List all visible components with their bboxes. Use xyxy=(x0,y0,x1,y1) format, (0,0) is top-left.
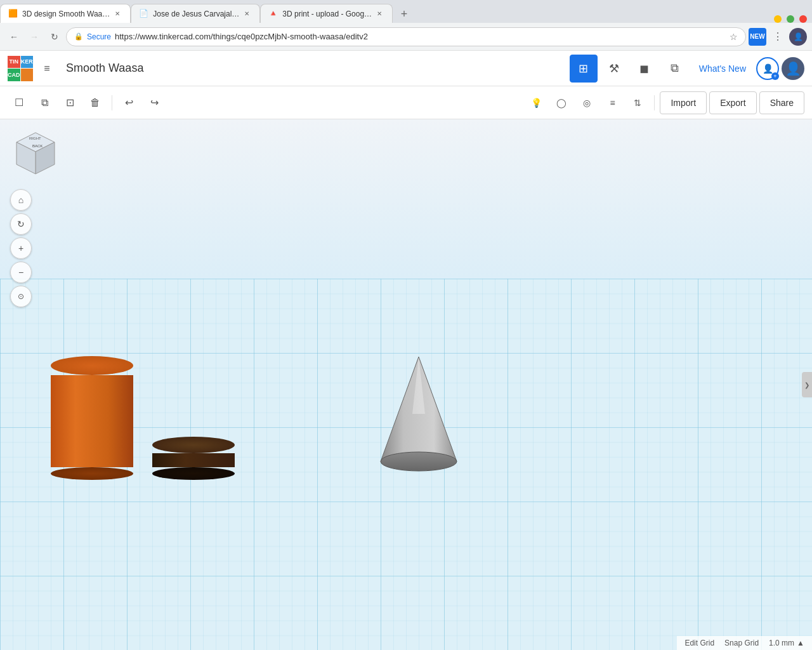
secure-label: Secure xyxy=(87,32,111,41)
tab-2-favicon: 📄 xyxy=(139,9,149,19)
project-name: Smooth Waasa xyxy=(66,62,565,75)
import-button[interactable]: Import xyxy=(660,91,707,114)
logo-cell-tin: TIN xyxy=(8,56,20,69)
svg-text:RIGHT: RIGHT xyxy=(29,136,41,140)
snap-grid-chevron: ▲ xyxy=(797,639,804,647)
home-view-button[interactable]: ⌂ xyxy=(10,189,32,211)
zoom-out-button[interactable]: − xyxy=(10,262,32,283)
url-text: https://www.tinkercad.com/things/cqe0pzc… xyxy=(115,32,726,41)
view-cube[interactable]: RIGHT BACK xyxy=(10,129,61,180)
rotate-button[interactable]: ↻ xyxy=(10,213,32,235)
cone-svg xyxy=(374,350,463,477)
tab-2-label: Jose de Jesus Carvajal… xyxy=(153,10,239,18)
logo-cell-cad: CAD xyxy=(8,69,20,81)
extensions-button[interactable]: ⋮ xyxy=(769,28,787,46)
toolbar-sep-2 xyxy=(654,95,655,110)
profile-button[interactable]: 👤 xyxy=(789,28,807,46)
app-header: TIN KER CAD ≡ Smooth Waasa ⊞ ⚒ ◼ ⧉ What'… xyxy=(0,51,812,86)
grid-view-button[interactable]: ⊞ xyxy=(570,55,598,83)
bottom-status-bar: Edit Grid Snap Grid 1.0 mm ▲ xyxy=(677,636,812,650)
share-button[interactable]: Share xyxy=(759,91,804,114)
fit-view-button[interactable]: ⊙ xyxy=(10,286,32,307)
circle-tool-button[interactable]: ◎ xyxy=(575,91,598,114)
add-plus-icon: + xyxy=(771,72,779,80)
hamburger-menu-button[interactable]: ≡ xyxy=(38,60,56,77)
tab-1-close[interactable]: ✕ xyxy=(112,9,122,19)
whats-new-button[interactable]: What's New xyxy=(691,57,754,80)
header-tools: ⊞ ⚒ ◼ ⧉ What's New 👤 + 👤 xyxy=(570,55,804,83)
cone-object xyxy=(374,350,463,480)
export-button[interactable]: Export xyxy=(709,91,756,114)
tab-1-label: 3D design Smooth Waa… xyxy=(22,10,110,18)
logo-cell-ker: KER xyxy=(21,56,34,69)
secure-icon: 🔒 xyxy=(74,32,83,41)
disk-top xyxy=(152,437,235,453)
bubble-tool-button[interactable]: ◯ xyxy=(550,91,573,114)
nav-controls: ⌂ ↻ + − ⊙ xyxy=(10,189,32,307)
edit-toolbar: ☐ ⧉ ⊡ 🗑 ↩ ↪ 💡 ◯ ◎ ≡ ⇅ Import Export Shar… xyxy=(0,86,812,119)
browser-chrome: 🟧 3D design Smooth Waa… ✕ 📄 Jose de Jesu… xyxy=(0,0,812,51)
viewport[interactable]: RIGHT BACK ⌂ ↻ + − ⊙ ❯ Edit Grid Snap Gr… xyxy=(0,119,812,650)
logo-cell-br xyxy=(21,69,34,81)
snap-grid-value[interactable]: 1.0 mm ▲ xyxy=(769,639,804,647)
snap-grid-label: Snap Grid xyxy=(724,639,759,647)
user-avatar[interactable]: 👤 xyxy=(782,57,804,80)
close-button[interactable] xyxy=(799,15,807,23)
tab-2[interactable]: 📄 Jose de Jesus Carvajal… ✕ xyxy=(131,4,260,23)
avatar-icon: 👤 xyxy=(785,61,801,76)
camera-button[interactable]: ◼ xyxy=(631,55,658,83)
tab-bar: 🟧 3D design Smooth Waa… ✕ 📄 Jose de Jesu… xyxy=(0,0,812,23)
toolbar-sep-1 xyxy=(112,95,112,110)
disk-bottom xyxy=(152,467,235,480)
forward-button[interactable]: → xyxy=(25,28,43,46)
side-panel-toggle[interactable]: ❯ xyxy=(802,372,812,397)
tab-1[interactable]: 🟧 3D design Smooth Waa… ✕ xyxy=(0,4,131,23)
sky-background xyxy=(0,119,812,279)
tinkercad-logo[interactable]: TIN KER CAD xyxy=(8,56,33,81)
tab-3-close[interactable]: ✕ xyxy=(374,9,384,19)
connect-button[interactable]: ⧉ xyxy=(661,55,689,83)
light-tool-button[interactable]: 💡 xyxy=(525,91,547,114)
undo-button[interactable]: ↩ xyxy=(117,91,140,114)
tinkercad-app: TIN KER CAD ≡ Smooth Waasa ⊞ ⚒ ◼ ⧉ What'… xyxy=(0,51,812,650)
tab-3[interactable]: 🔺 3D print - upload - Goog… ✕ xyxy=(260,4,393,23)
hammer-tool-button[interactable]: ⚒ xyxy=(600,55,628,83)
cylinder-bottom xyxy=(51,467,133,480)
cylinder-top xyxy=(51,356,133,375)
svg-text:BACK: BACK xyxy=(32,144,43,148)
new-tab-button[interactable]: + xyxy=(395,5,413,23)
add-user-button[interactable]: 👤 + xyxy=(756,57,779,80)
align-tool-button[interactable]: ≡ xyxy=(601,91,624,114)
svg-point-4 xyxy=(381,452,457,471)
tab-1-favicon: 🟧 xyxy=(8,9,18,19)
copy-button[interactable]: ⧉ xyxy=(33,91,56,114)
tab-3-label: 3D print - upload - Goog… xyxy=(282,10,372,18)
cylinder-object xyxy=(51,356,133,480)
bookmark-icon[interactable]: ☆ xyxy=(730,32,738,42)
minimize-button[interactable] xyxy=(774,15,782,23)
disk-object xyxy=(152,437,235,480)
disk-body xyxy=(152,453,235,467)
redo-button[interactable]: ↪ xyxy=(143,91,166,114)
new-indicator: NEW xyxy=(749,28,766,46)
zoom-in-button[interactable]: + xyxy=(10,237,32,259)
toolbar-right: 💡 ◯ ◎ ≡ ⇅ Import Export Share xyxy=(525,91,804,114)
maximize-button[interactable] xyxy=(787,15,794,23)
back-button[interactable]: ← xyxy=(5,28,23,46)
refresh-button[interactable]: ↻ xyxy=(46,28,63,46)
mirror-tool-button[interactable]: ⇅ xyxy=(626,91,649,114)
nav-actions: NEW ⋮ 👤 xyxy=(749,28,807,46)
new-shape-button[interactable]: ☐ xyxy=(8,91,30,114)
address-bar[interactable]: 🔒 Secure https://www.tinkercad.com/thing… xyxy=(66,27,746,46)
duplicate-button[interactable]: ⊡ xyxy=(58,91,81,114)
nav-bar: ← → ↻ 🔒 Secure https://www.tinkercad.com… xyxy=(0,23,812,51)
tab-2-close[interactable]: ✕ xyxy=(242,9,252,19)
delete-button[interactable]: 🗑 xyxy=(84,91,107,114)
cylinder-body xyxy=(51,375,133,467)
tab-3-favicon: 🔺 xyxy=(268,9,278,19)
edit-grid-label[interactable]: Edit Grid xyxy=(684,639,714,647)
